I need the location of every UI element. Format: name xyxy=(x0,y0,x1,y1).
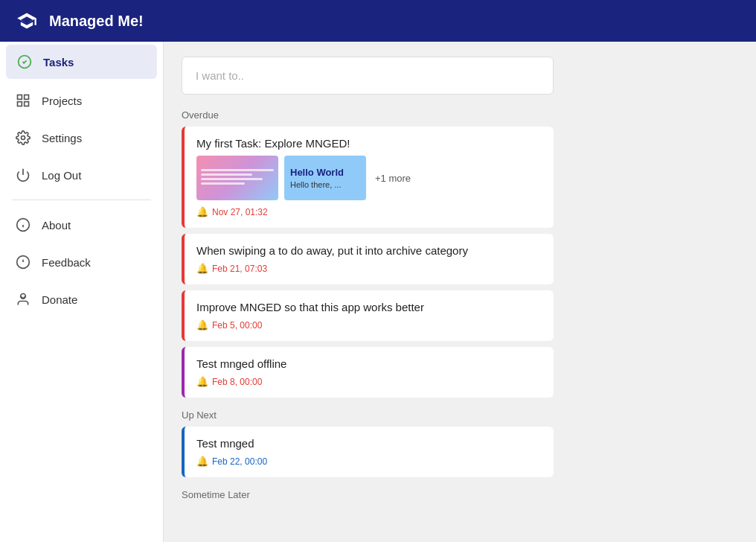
task-card[interactable]: Improve MNGED so that this app works bet… xyxy=(182,290,554,341)
sidebar-item-logout[interactable]: Log Out xyxy=(0,156,163,194)
about-label: About xyxy=(42,219,71,232)
info-icon xyxy=(15,217,31,233)
attachment-thumbnail xyxy=(196,156,278,200)
bell-icon: 🔔 xyxy=(196,456,208,467)
svg-rect-2 xyxy=(25,95,29,100)
sidebar-item-tasks[interactable]: Tasks xyxy=(6,45,157,79)
section-overdue-label: Overdue xyxy=(182,109,738,121)
task-search-input[interactable]: I want to.. xyxy=(182,57,554,95)
attachment-hello-title: Hello World xyxy=(290,167,360,178)
projects-icon xyxy=(15,92,31,109)
svg-rect-4 xyxy=(25,102,29,106)
projects-label: Projects xyxy=(42,95,82,107)
preview-line xyxy=(201,173,252,176)
task-due-date: 🔔 Feb 5, 00:00 xyxy=(196,319,542,331)
power-icon xyxy=(15,167,31,183)
section-somelater-label: Sometime Later xyxy=(182,489,738,500)
donate-label: Donate xyxy=(42,293,77,306)
bell-icon: 🔔 xyxy=(196,263,208,274)
attachment-hello-text: Hello there, ... xyxy=(290,180,360,189)
task-due-date: 🔔 Feb 22, 00:00 xyxy=(196,456,542,467)
svg-point-5 xyxy=(22,136,25,140)
task-title: When swiping a to do away, put it into a… xyxy=(196,244,542,257)
task-card[interactable]: Test mnged offline 🔔 Feb 8, 00:00 xyxy=(182,347,554,398)
svg-rect-1 xyxy=(18,95,22,100)
feedback-label: Feedback xyxy=(42,256,91,269)
bell-icon: 🔔 xyxy=(196,319,208,331)
task-title: My first Task: Explore MNGED! xyxy=(196,137,542,150)
sidebar-item-settings[interactable]: Settings xyxy=(0,119,163,156)
logout-label: Log Out xyxy=(42,169,81,182)
app-title: Managed Me! xyxy=(49,13,144,30)
app-header: Managed Me! xyxy=(0,0,756,42)
main-content: I want to.. Overdue My first Task: Explo… xyxy=(164,42,756,542)
bell-icon: 🔔 xyxy=(196,376,208,387)
sidebar: Tasks Projects Settings xyxy=(0,42,164,542)
check-circle-icon xyxy=(16,54,33,70)
sidebar-item-donate[interactable]: Donate xyxy=(0,281,163,318)
task-due-date: 🔔 Feb 21, 07:03 xyxy=(196,263,542,274)
task-due-date: 🔔 Nov 27, 01:32 xyxy=(196,206,542,217)
attachment-more-count: +1 more xyxy=(375,173,411,184)
task-attachments: Hello World Hello there, ... +1 more xyxy=(196,156,542,200)
sidebar-divider xyxy=(12,200,151,200)
settings-icon xyxy=(15,130,31,146)
attachment-preview xyxy=(196,156,278,200)
preview-line xyxy=(201,169,274,171)
section-upnext-label: Up Next xyxy=(182,409,738,421)
task-title: Improve MNGED so that this app works bet… xyxy=(196,301,542,313)
donate-icon xyxy=(15,291,31,307)
task-card[interactable]: Test mnged 🔔 Feb 22, 00:00 xyxy=(182,427,554,477)
app-logo-icon xyxy=(15,9,39,33)
task-card[interactable]: When swiping a to do away, put it into a… xyxy=(182,234,554,284)
task-card[interactable]: My first Task: Explore MNGED! Hello Worl… xyxy=(182,127,554,228)
settings-label: Settings xyxy=(42,132,82,144)
svg-rect-3 xyxy=(18,102,22,106)
preview-line xyxy=(201,178,263,180)
task-title: Test mnged offline xyxy=(196,357,542,370)
task-due-date: 🔔 Feb 8, 00:00 xyxy=(196,376,542,387)
task-title: Test mnged xyxy=(196,437,542,450)
sidebar-item-projects[interactable]: Projects xyxy=(0,82,163,119)
sidebar-item-feedback[interactable]: Feedback xyxy=(0,243,163,281)
attachment-hello-card: Hello World Hello there, ... xyxy=(284,156,366,200)
feedback-icon xyxy=(15,254,31,270)
preview-line xyxy=(201,182,245,185)
search-placeholder: I want to.. xyxy=(196,69,244,82)
bell-icon: 🔔 xyxy=(196,206,208,217)
sidebar-item-about[interactable]: About xyxy=(0,206,163,243)
tasks-label: Tasks xyxy=(43,56,74,68)
